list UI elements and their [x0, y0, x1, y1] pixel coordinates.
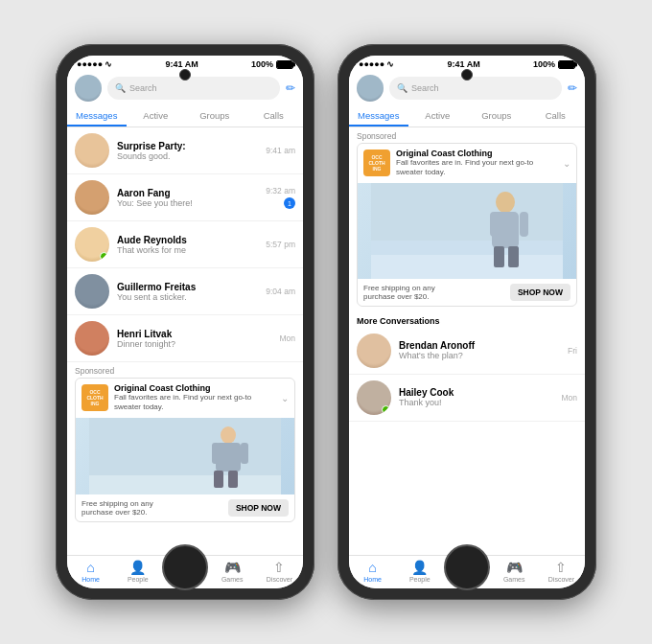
shop-now-button-left[interactable]: SHOP NOW: [228, 499, 289, 517]
ad-card-left[interactable]: OCCCLOTHING Original Coast Clothing Fall…: [75, 378, 295, 522]
unread-badge: 1: [284, 197, 295, 209]
msg-content: Aude Reynolds That works for me: [117, 235, 258, 255]
search-placeholder-right: Search: [411, 83, 439, 93]
tab-active-right[interactable]: Active: [408, 105, 468, 126]
list-item[interactable]: Aaron Fang You: See you there! 9:32 am 1: [67, 174, 303, 221]
tabs-left: Messages Active Groups Calls: [67, 105, 303, 127]
user-avatar-left: [75, 75, 102, 102]
msg-content: Surprise Party: Sounds good.: [117, 141, 258, 161]
search-box-left[interactable]: 🔍 Search: [107, 77, 280, 100]
ad-footer-right: Free shipping on anypurchase over $20. S…: [358, 279, 576, 306]
msg-name: Brendan Aronoff: [399, 340, 560, 351]
ad-logo-right: OCCCLOTHING: [363, 150, 390, 176]
battery-pct-right: 100%: [533, 59, 555, 69]
status-bar-left: ●●●●● ∿ 9:41 AM 100%: [67, 56, 303, 71]
ad-name-right: Original Coast Clothing: [396, 149, 557, 158]
ad-image-right: [358, 183, 576, 279]
svg-rect-9: [371, 255, 563, 279]
list-item[interactable]: Henri Litvak Dinner tonight? Mon: [67, 315, 303, 362]
nav-games-right[interactable]: 🎮 Games: [491, 560, 538, 586]
msg-meta: Mon: [279, 334, 295, 343]
more-conversations-label: More Conversations: [349, 312, 585, 328]
msg-time: 9:41 am: [266, 146, 295, 155]
list-item[interactable]: Hailey Cook Thank you! Mon: [349, 375, 585, 422]
msg-content: Hailey Cook Thank you!: [399, 387, 553, 407]
shop-now-button-right[interactable]: SHOP NOW: [510, 284, 570, 301]
tab-messages-right[interactable]: Messages: [349, 105, 408, 126]
search-icon-right: 🔍: [397, 83, 408, 93]
compose-btn-right[interactable]: ✏: [568, 81, 577, 95]
search-box-right[interactable]: 🔍 Search: [389, 77, 562, 100]
tab-active-left[interactable]: Active: [127, 105, 186, 126]
ad-footer-text-left: Free shipping on anypurchase over $20.: [82, 499, 153, 517]
avatar: [75, 133, 109, 168]
ad-desc-left: Fall favorites are in. Find your next go…: [114, 393, 275, 413]
nav-people-label: People: [128, 576, 149, 583]
nav-discover-label: Discover: [267, 576, 292, 583]
msg-name: Hailey Cook: [399, 387, 553, 398]
nav-home-right[interactable]: ⌂ Home: [349, 560, 396, 586]
compose-btn-left[interactable]: ✏: [286, 81, 295, 95]
center-action-btn-right[interactable]: [454, 560, 480, 586]
svg-rect-16: [508, 246, 519, 267]
svg-rect-14: [520, 212, 528, 237]
msg-meta: Fri: [568, 346, 577, 356]
msg-preview: That works for me: [117, 245, 258, 255]
phone-right: ●●●●● ∿ 9:41 AM 100% 🔍 Search ✏: [338, 44, 596, 600]
nav-games-left[interactable]: 🎮 Games: [209, 560, 256, 586]
list-item[interactable]: Surprise Party: Sounds good. 9:41 am: [67, 127, 303, 174]
discover-icon-right: ⇧: [555, 560, 567, 575]
nav-center-right[interactable]: [443, 560, 490, 586]
nav-discover-left[interactable]: ⇧ Discover: [256, 560, 303, 586]
list-item[interactable]: Brendan Aronoff What's the plan? Fri: [349, 328, 585, 375]
signal-dots-right: ●●●●●: [359, 59, 384, 69]
list-item[interactable]: Guillermo Freitas You sent a sticker. 9:…: [67, 268, 303, 315]
tab-messages-left[interactable]: Messages: [67, 105, 127, 126]
msg-meta: 9:41 am: [266, 146, 295, 155]
chevron-down-icon-right: ⌄: [563, 158, 570, 169]
nav-home-left[interactable]: ⌂ Home: [67, 560, 114, 586]
avatar: [357, 334, 391, 368]
phone-left-screen: ●●●●● ∿ 9:41 AM 100% 🔍 Search ✏: [67, 56, 303, 588]
svg-rect-4: [214, 471, 223, 488]
avatar: [357, 380, 391, 415]
nav-home-label: Home: [82, 576, 100, 583]
msg-name: Aaron Fang: [117, 188, 258, 198]
svg-rect-10: [371, 241, 563, 255]
nav-discover-right[interactable]: ⇧ Discover: [538, 560, 585, 586]
msg-time: Mon: [561, 393, 577, 402]
ad-card-right[interactable]: OCCCLOTHING Original Coast Clothing Fall…: [357, 143, 577, 307]
tab-calls-right[interactable]: Calls: [526, 105, 586, 126]
messages-list-left: Surprise Party: Sounds good. 9:41 am Aar…: [67, 127, 303, 555]
home-icon: ⌂: [86, 560, 94, 575]
phones-container: ●●●●● ∿ 9:41 AM 100% 🔍 Search ✏: [36, 25, 616, 619]
time-display-right: 9:41 AM: [447, 59, 479, 69]
wifi-icon: ∿: [105, 59, 112, 69]
battery-area: 100%: [251, 59, 293, 69]
nav-games-label-right: Games: [503, 576, 525, 583]
tab-calls-left[interactable]: Calls: [244, 105, 304, 126]
signal-dots: ●●●●●: [77, 59, 103, 69]
tab-groups-right[interactable]: Groups: [467, 105, 526, 126]
signal-area-right: ●●●●● ∿: [359, 59, 394, 69]
list-item[interactable]: Aude Reynolds That works for me 5:57 pm: [67, 221, 303, 268]
svg-rect-13: [490, 212, 499, 237]
online-indicator: [382, 405, 390, 414]
chevron-down-icon: ⌄: [281, 393, 289, 403]
ad-footer-text-right: Free shipping on anypurchase over $20.: [363, 284, 435, 301]
msg-name: Guillermo Freitas: [117, 282, 258, 292]
msg-preview: You: See you there!: [117, 198, 258, 208]
nav-center-left[interactable]: [161, 560, 208, 586]
tabs-right: Messages Active Groups Calls: [349, 105, 585, 127]
center-action-btn[interactable]: [172, 560, 198, 586]
msg-meta: Mon: [561, 393, 577, 402]
nav-people-left[interactable]: 👤 People: [114, 560, 161, 586]
nav-people-right[interactable]: 👤 People: [396, 560, 443, 586]
ad-desc-right: Fall favorites are in. Find your next go…: [396, 158, 557, 178]
tab-groups-left[interactable]: Groups: [185, 105, 244, 126]
signal-area: ●●●●● ∿: [77, 59, 112, 69]
msg-meta: 5:57 pm: [266, 240, 295, 249]
battery-area-right: 100%: [533, 59, 575, 69]
msg-content: Brendan Aronoff What's the plan?: [399, 340, 560, 360]
msg-preview: Sounds good.: [117, 151, 258, 161]
